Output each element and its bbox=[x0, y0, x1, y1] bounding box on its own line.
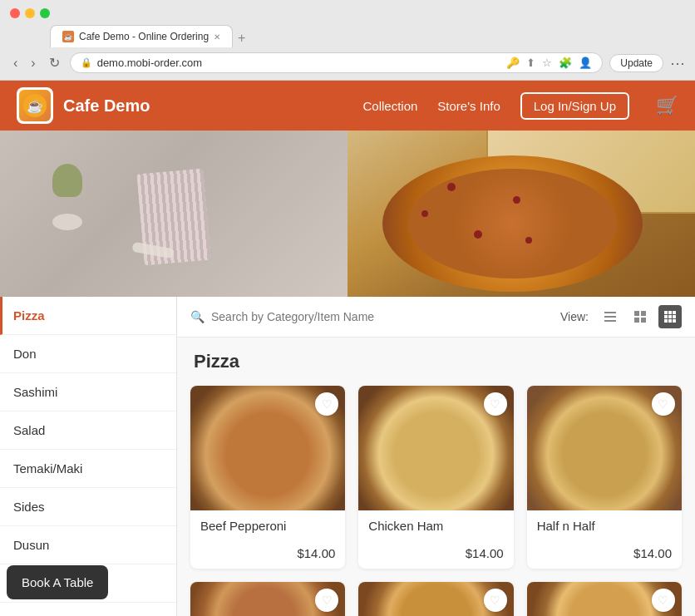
sidebar-item-sides[interactable]: Sides bbox=[0, 488, 176, 526]
extensions-icon: 🧩 bbox=[559, 57, 572, 69]
svg-rect-3 bbox=[604, 316, 616, 318]
product-card: ♡ bbox=[527, 582, 682, 616]
wishlist-button[interactable]: ♡ bbox=[652, 392, 675, 416]
browser-tabs: ☕ Cafe Demo - Online Ordering ✕ + bbox=[0, 25, 695, 47]
sidebar-item-sashimi[interactable]: Sashimi bbox=[0, 373, 176, 411]
tab-title: Cafe Demo - Online Ordering bbox=[79, 31, 209, 42]
bookmark-icon: ☆ bbox=[542, 57, 552, 69]
tab-favicon: ☕ bbox=[62, 31, 74, 42]
wishlist-button[interactable]: ♡ bbox=[484, 392, 507, 416]
active-tab[interactable]: ☕ Cafe Demo - Online Ordering ✕ bbox=[50, 25, 233, 47]
view-list-button[interactable] bbox=[599, 305, 622, 328]
wishlist-button[interactable]: ♡ bbox=[484, 589, 507, 612]
site-title: Cafe Demo bbox=[63, 96, 150, 116]
view-grid-small-button[interactable] bbox=[628, 305, 652, 328]
browser-chrome: ☕ Cafe Demo - Online Ordering ✕ + ‹ › ↻ … bbox=[0, 0, 695, 81]
svg-rect-16 bbox=[668, 319, 672, 323]
svg-rect-4 bbox=[604, 320, 616, 322]
address-bar[interactable]: 🔒 demo.mobi-order.com 🔑 ⬆ ☆ 🧩 👤 bbox=[70, 52, 604, 73]
book-table-button[interactable]: Book A Table bbox=[7, 565, 108, 599]
minimize-window-btn[interactable] bbox=[25, 8, 35, 18]
view-controls: View: bbox=[560, 305, 682, 328]
browser-traffic-lights bbox=[0, 0, 695, 25]
svg-rect-15 bbox=[664, 319, 668, 323]
product-name: Beef Pepperoni bbox=[200, 519, 335, 533]
sidebar-item-coffee[interactable]: Coffee bbox=[0, 603, 176, 616]
svg-rect-2 bbox=[604, 312, 616, 313]
svg-rect-9 bbox=[664, 311, 668, 314]
refresh-button[interactable]: ↻ bbox=[46, 53, 63, 72]
cart-icon[interactable]: 🛒 bbox=[656, 95, 678, 116]
more-options-icon[interactable]: ⋯ bbox=[670, 54, 685, 72]
logo-svg: ☕ bbox=[22, 92, 48, 119]
site-logo: ☕ bbox=[17, 87, 53, 124]
hero-right bbox=[348, 131, 695, 297]
svg-text:☕: ☕ bbox=[27, 98, 43, 114]
tab-close-btn[interactable]: ✕ bbox=[214, 32, 220, 42]
update-button[interactable]: Update bbox=[609, 54, 663, 72]
key-icon: 🔑 bbox=[506, 57, 520, 69]
grid-large-icon bbox=[663, 310, 677, 323]
collection-nav-link[interactable]: Collection bbox=[362, 99, 417, 113]
product-card: ♡ bbox=[190, 582, 345, 616]
site-logo-inner: ☕ bbox=[19, 90, 51, 121]
search-bar: 🔍 View: bbox=[177, 297, 695, 338]
site-nav: Collection Store's Info Log In/Sign Up 🛒 bbox=[362, 92, 678, 120]
sidebar-item-salad[interactable]: Salad bbox=[0, 411, 176, 450]
svg-rect-13 bbox=[668, 315, 672, 318]
product-card: ♡ Half n Half $14.00 bbox=[527, 386, 682, 569]
product-image: ♡ bbox=[527, 582, 682, 616]
hero-banner bbox=[0, 131, 695, 297]
grid-small-icon bbox=[633, 310, 647, 323]
product-card: ♡ bbox=[358, 582, 513, 616]
hero-left bbox=[0, 131, 348, 297]
wishlist-button[interactable]: ♡ bbox=[315, 392, 338, 416]
sidebar-item-dusun[interactable]: Dusun bbox=[0, 526, 176, 564]
list-view-icon bbox=[604, 310, 617, 323]
product-info: Chicken Ham bbox=[358, 510, 513, 541]
login-signup-button[interactable]: Log In/Sign Up bbox=[520, 92, 629, 120]
svg-rect-10 bbox=[668, 311, 672, 314]
address-actions: 🔑 ⬆ ☆ 🧩 👤 bbox=[506, 57, 592, 69]
product-grid: ♡ Beef Pepperoni $14.00 ♡ Chicken Ham $1… bbox=[177, 379, 695, 616]
product-image: ♡ bbox=[190, 582, 345, 616]
category-title: Pizza bbox=[177, 338, 695, 379]
product-price: $14.00 bbox=[358, 541, 513, 569]
product-name: Chicken Ham bbox=[368, 519, 503, 533]
forward-button[interactable]: › bbox=[27, 54, 38, 72]
product-image: ♡ bbox=[358, 582, 513, 616]
svg-rect-14 bbox=[673, 315, 676, 318]
sidebar-item-temaki-maki[interactable]: Temaki/Maki bbox=[0, 450, 176, 488]
profile-icon: 👤 bbox=[579, 57, 592, 69]
view-grid-large-button[interactable] bbox=[658, 305, 682, 328]
back-button[interactable]: ‹ bbox=[10, 54, 21, 72]
new-tab-button[interactable]: + bbox=[234, 31, 249, 46]
svg-rect-8 bbox=[641, 318, 646, 323]
product-info: Beef Pepperoni bbox=[190, 510, 345, 541]
lock-icon: 🔒 bbox=[81, 57, 92, 68]
product-card: ♡ Beef Pepperoni $14.00 bbox=[190, 386, 345, 569]
share-icon: ⬆ bbox=[526, 57, 535, 69]
product-image: ♡ bbox=[190, 386, 345, 510]
sidebar-item-pizza[interactable]: Pizza bbox=[0, 297, 176, 335]
maximize-window-btn[interactable] bbox=[40, 8, 50, 18]
product-image: ♡ bbox=[358, 386, 513, 510]
product-price: $14.00 bbox=[190, 541, 345, 569]
svg-rect-6 bbox=[641, 311, 646, 316]
wishlist-button[interactable]: ♡ bbox=[315, 589, 338, 612]
svg-rect-17 bbox=[673, 319, 676, 323]
svg-rect-12 bbox=[664, 315, 668, 318]
content-area: 🔍 View: bbox=[177, 297, 695, 616]
svg-rect-11 bbox=[673, 311, 676, 314]
search-icon: 🔍 bbox=[190, 310, 205, 323]
view-label: View: bbox=[560, 310, 589, 323]
browser-addressbar: ‹ › ↻ 🔒 demo.mobi-order.com 🔑 ⬆ ☆ 🧩 👤 Up… bbox=[0, 47, 695, 80]
product-price: $14.00 bbox=[527, 541, 682, 569]
stores-info-nav-link[interactable]: Store's Info bbox=[437, 99, 500, 113]
close-window-btn[interactable] bbox=[10, 8, 20, 18]
product-info: Half n Half bbox=[527, 510, 682, 541]
wishlist-button[interactable]: ♡ bbox=[652, 589, 675, 612]
sidebar-item-don[interactable]: Don bbox=[0, 335, 176, 373]
svg-rect-5 bbox=[634, 311, 639, 316]
search-input[interactable] bbox=[211, 310, 377, 323]
